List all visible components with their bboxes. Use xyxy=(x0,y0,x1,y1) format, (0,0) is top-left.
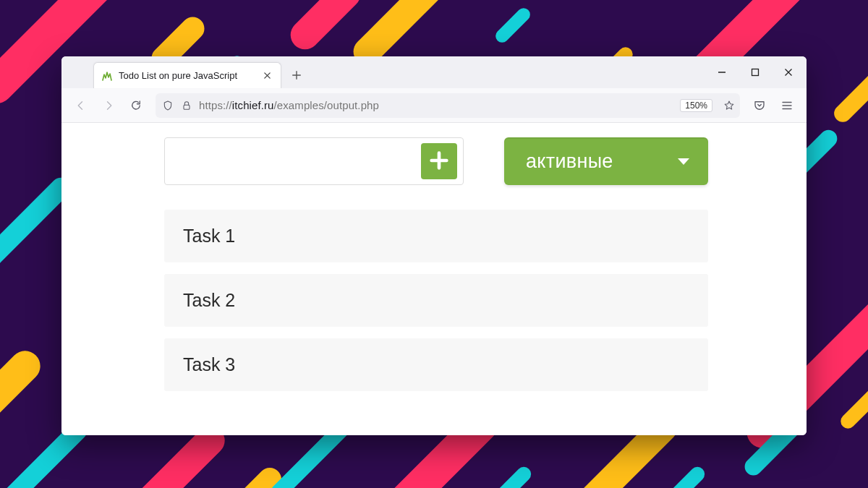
new-task-group xyxy=(164,137,464,185)
window-close-button[interactable] xyxy=(772,56,805,88)
window-controls xyxy=(705,56,805,88)
filter-label: активные xyxy=(526,150,613,173)
save-to-pocket-button[interactable] xyxy=(747,93,772,118)
nav-reload-button[interactable] xyxy=(124,93,148,118)
svg-rect-0 xyxy=(752,69,759,76)
url-text: https://itchief.ru/examples/output.php xyxy=(199,99,379,111)
browser-window: Todo List on pure JavaScript xyxy=(61,56,807,435)
task-item[interactable]: Task 3 xyxy=(164,338,708,391)
page-viewport: активные Task 1 Task 2 Task 3 xyxy=(61,123,807,435)
plus-icon xyxy=(428,150,450,174)
task-item[interactable]: Task 2 xyxy=(164,274,708,327)
bookmark-star-icon[interactable] xyxy=(723,99,736,112)
address-bar[interactable]: https://itchief.ru/examples/output.php 1… xyxy=(156,93,740,118)
url-path: /examples/output.php xyxy=(274,99,379,111)
task-title: Task 2 xyxy=(183,290,235,310)
app-menu-button[interactable] xyxy=(775,93,799,118)
task-item[interactable]: Task 1 xyxy=(164,210,708,262)
tab-title: Todo List on pure JavaScript xyxy=(119,70,255,81)
todo-app: активные Task 1 Task 2 Task 3 xyxy=(164,137,708,391)
controls-row: активные xyxy=(164,137,708,185)
nav-forward-button[interactable] xyxy=(96,93,121,118)
window-minimize-button[interactable] xyxy=(705,56,739,88)
lock-icon[interactable] xyxy=(180,99,193,112)
window-maximize-button[interactable] xyxy=(739,56,772,88)
tracking-shield-icon[interactable] xyxy=(161,99,174,112)
zoom-badge[interactable]: 150% xyxy=(680,99,712,112)
tab-strip: Todo List on pure JavaScript xyxy=(61,56,807,88)
favicon-icon xyxy=(101,70,113,82)
chevron-down-icon xyxy=(678,158,689,165)
new-task-input[interactable] xyxy=(165,138,421,184)
nav-back-button[interactable] xyxy=(69,93,93,118)
tab-close-button[interactable] xyxy=(260,69,273,82)
filter-dropdown[interactable]: активные xyxy=(504,137,708,185)
add-task-button[interactable] xyxy=(421,143,457,179)
browser-toolbar: https://itchief.ru/examples/output.php 1… xyxy=(61,88,807,123)
browser-tab[interactable]: Todo List on pure JavaScript xyxy=(93,62,281,88)
url-domain: itchief.ru xyxy=(232,99,274,111)
svg-rect-1 xyxy=(184,105,190,109)
url-scheme: https:// xyxy=(199,99,232,111)
task-title: Task 1 xyxy=(183,226,235,246)
new-tab-button[interactable] xyxy=(286,64,307,86)
task-list: Task 1 Task 2 Task 3 xyxy=(164,210,708,391)
task-title: Task 3 xyxy=(183,354,235,374)
